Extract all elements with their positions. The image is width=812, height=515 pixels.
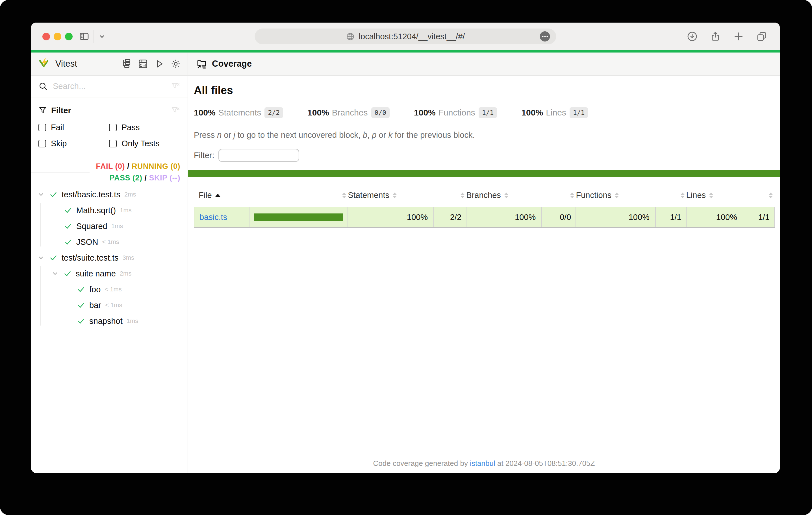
sorter-icon[interactable] [504, 192, 508, 198]
checkbox-fail[interactable]: Fail [38, 119, 109, 135]
checkbox-pass[interactable]: Pass [109, 119, 180, 135]
stat-fraction-badge: 1/1 [478, 107, 497, 118]
sorter-icon[interactable] [615, 192, 619, 198]
clear-filter-icon[interactable] [171, 106, 180, 115]
tree-item-test[interactable]: snapshot 1ms [31, 313, 187, 329]
coverage-filter-input[interactable] [219, 149, 299, 162]
tree-item-file[interactable]: test/basic.test.ts 2ms [31, 187, 187, 203]
stat-fraction-badge: 2/2 [264, 107, 283, 118]
sorter-icon[interactable] [342, 192, 346, 198]
checkbox-skip[interactable]: Skip [38, 135, 109, 152]
filter-title: Filter [51, 106, 71, 115]
vitest-sidebar: Vitest [31, 53, 188, 473]
check-icon [64, 222, 72, 231]
sorter-icon[interactable] [570, 192, 574, 198]
funnel-icon [38, 106, 47, 115]
sorter-icon[interactable] [709, 192, 713, 198]
check-icon [77, 317, 85, 325]
tree-item-test[interactable]: Squared 1ms [31, 218, 187, 234]
sorter-icon[interactable] [769, 192, 773, 198]
tree-item-test[interactable]: bar < 1ms [31, 297, 187, 313]
chevron-down-icon[interactable] [37, 190, 45, 199]
coverage-table: File Statements [194, 187, 775, 228]
column-header-statements[interactable]: Statements [348, 187, 434, 207]
downloads-button[interactable] [687, 31, 698, 42]
functions-raw-cell: 1/1 [656, 207, 686, 227]
tree-item-file[interactable]: test/suite.test.ts 3ms [31, 250, 187, 266]
keyboard-hint: Press n or j to go to the next uncovered… [194, 130, 774, 140]
titlebar-controls [79, 30, 106, 42]
coverage-bar [254, 213, 343, 221]
tab-overview-button[interactable] [756, 31, 767, 42]
chevron-down-icon[interactable] [51, 269, 59, 278]
globe-icon [346, 32, 355, 41]
branches-raw-cell: 0/0 [542, 207, 576, 227]
zoom-window-button[interactable] [65, 33, 72, 40]
stat-lines: 100% Lines 1/1 [521, 107, 588, 118]
screenshot-stage: localhost:51204/__vitest__/#/ [0, 0, 812, 515]
chevron-down-icon[interactable] [98, 32, 106, 40]
page-settings-button[interactable] [540, 31, 550, 41]
share-button[interactable] [710, 31, 721, 42]
dashboard-icon[interactable] [138, 59, 148, 69]
column-header-functions-raw-sorter[interactable] [656, 187, 686, 207]
check-icon [49, 253, 58, 262]
page-title: Coverage [212, 59, 252, 69]
search-icon [38, 82, 48, 91]
test-status-summary: FAIL (0) / RUNNING (0) PASS (2) / SKIP (… [31, 161, 187, 185]
url-text: localhost:51204/__vitest__/#/ [359, 32, 465, 41]
sidebar-search-row [31, 76, 187, 97]
coverage-chart-cell [249, 207, 348, 227]
sorter-icon[interactable] [393, 192, 397, 198]
coverage-table-header-row: File Statements [194, 187, 775, 207]
tree-item-test[interactable]: JSON < 1ms [31, 234, 187, 250]
statements-raw-cell: 2/2 [434, 207, 466, 227]
column-header-branches[interactable]: Branches [466, 187, 542, 207]
column-header-lines-raw-sorter[interactable] [743, 187, 775, 207]
minimize-window-button[interactable] [54, 33, 61, 40]
browser-window: localhost:51204/__vitest__/#/ [31, 23, 780, 473]
address-bar[interactable]: localhost:51204/__vitest__/#/ [255, 29, 556, 44]
check-icon [77, 285, 85, 294]
tree-item-test[interactable]: foo < 1ms [31, 281, 187, 297]
column-header-lines[interactable]: Lines [686, 187, 743, 207]
new-tab-button[interactable] [733, 31, 744, 42]
search-input[interactable] [53, 82, 166, 91]
close-window-button[interactable] [42, 33, 50, 40]
clear-search-filter-icon[interactable] [171, 82, 180, 91]
lines-raw-cell: 1/1 [743, 207, 775, 227]
theme-toggle-sun-icon[interactable] [171, 59, 181, 69]
checkbox-pass-box[interactable] [109, 124, 117, 131]
column-header-statements-raw-sorter[interactable] [434, 187, 466, 207]
checkbox-fail-box[interactable] [38, 124, 46, 131]
istanbul-link[interactable]: istanbul [470, 459, 495, 467]
filter-checkboxes: Fail Pass Skip Only Tests [38, 119, 180, 152]
file-link[interactable]: basic.ts [200, 213, 227, 222]
filter-panel: Filter Fail [31, 97, 187, 156]
checkbox-skip-box[interactable] [38, 140, 46, 147]
browser-titlebar: localhost:51204/__vitest__/#/ [31, 23, 780, 50]
titlebar-actions [687, 31, 771, 42]
chevron-down-icon[interactable] [37, 253, 45, 262]
tree-item-test[interactable]: Math.sqrt() 1ms [31, 203, 187, 218]
tree-view-icon[interactable] [121, 59, 132, 69]
check-icon [64, 206, 72, 215]
checkbox-only-tests[interactable]: Only Tests [109, 135, 180, 152]
column-header-chart-sorter[interactable] [249, 187, 348, 207]
sorter-icon[interactable] [680, 192, 685, 198]
check-icon [64, 238, 72, 246]
run-all-icon[interactable] [154, 59, 165, 69]
column-header-branches-raw-sorter[interactable] [542, 187, 576, 207]
check-icon [63, 269, 72, 278]
sidebar-header: Vitest [31, 53, 187, 76]
sidebar-toolbar [121, 59, 181, 69]
sorter-icon[interactable] [461, 192, 464, 198]
coverage-filter-label: Filter: [194, 151, 214, 160]
file-cell: basic.ts [194, 207, 249, 227]
checkbox-only-tests-box[interactable] [109, 140, 117, 147]
column-header-file[interactable]: File [194, 187, 249, 207]
tree-item-suite[interactable]: suite name 2ms [31, 266, 187, 281]
coverage-footer: Code coverage generated by istanbul at 2… [188, 459, 780, 468]
column-header-functions[interactable]: Functions [576, 187, 655, 207]
sidebar-toggle-icon[interactable] [79, 31, 90, 42]
